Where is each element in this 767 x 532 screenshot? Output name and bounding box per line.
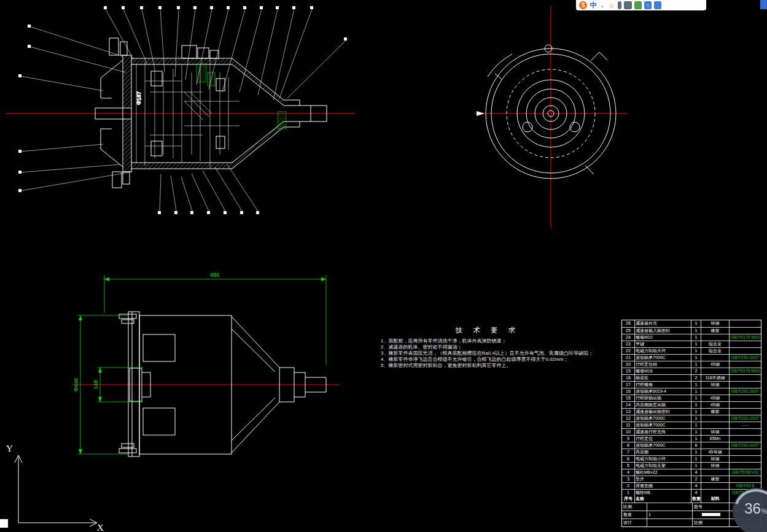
table-row: 25 减速器输入轴密封 1 橡胶 [622,327,761,334]
sogou-logo[interactable]: S [579,1,587,9]
table-row: 26 减速器外壳 1 铸钢 [622,320,761,327]
view-front-section: Φ167 [95,38,327,188]
wrench-icon[interactable] [654,1,661,9]
view-side [119,312,326,457]
overall-length-dim: 886 [210,272,219,278]
emoji-icon[interactable]: ☺ [608,1,615,9]
ime-toolbar[interactable]: S 中 ， ☺ ↑ [576,0,706,10]
input-mode-icon[interactable]: 中 [590,1,597,9]
table-row: 23 平键 1 组合金 [622,341,761,347]
image-icon[interactable] [634,1,642,9]
table-row: 3 垫片 2 橡胶 [622,476,761,482]
window-edge [760,0,767,9]
tech-requirement-line: 1、装配前，应将所有零件清洗干净，机体外表涂防锈漆； [381,338,594,344]
tech-requirement-line: 3、橡胶零件表面应光洁，（模具装配相槽应在Ra0.4以上）且不允许有气泡、夹屑级… [381,350,594,357]
table-row: 8 滚动轴承7000C 6 GB/T292-2007 [622,442,761,449]
keyboard-icon[interactable] [624,1,632,9]
command-box [0,519,8,528]
share-icon[interactable]: ↑ [644,1,652,9]
table-row: 4 螺柱M8×22 4 GB/T5782×22 [622,469,761,476]
tech-requirement-line: 5、橡胶密封式用密封胶粘合，避免密封胶粘到其它零件上。 [381,363,594,369]
tech-requirement-line: 4、橡胶零件非净飞边且合模缝不允许错位，合模飞边的凸起级厚度不得大于0.02mm… [381,357,594,363]
table-row: 14 内齿圈固定出轴 1 45钢 [622,401,761,408]
table-row: 22 电磁力制动大环 1 组合金 [622,347,761,354]
table-row: 9 行程定位 1 65Mn [622,435,761,442]
zoom-ring [733,488,767,532]
table-row: 12 滚动轴承7000C 1 GB/T292-2007 [622,415,761,422]
table-row: 19 螺母M16 2 GB/T6170 M16 [622,368,761,374]
mic-icon[interactable] [618,1,621,9]
table-row: 7 内齿圈 1 45号钢 [622,449,761,455]
dimensions: 886 Φ446 148 [73,272,326,454]
table-row: 13 减速器输出轴密封 1 橡胶 [622,408,761,415]
tech-requirements-list: 1、装配前，应将所有零件清洗干净，机体外表涂防锈漆；2、减速器的机体、密封处不得… [381,338,594,369]
table-row: 6 电磁力制动小环 1 铸钢 [622,455,761,462]
ucs-y-label: Y [6,444,13,453]
flange-diameter-dim: Φ446 [73,378,79,391]
ucs-x-label: X [97,523,104,532]
table-row: 5 电磁力制动支架 1 铸钢 [622,462,761,469]
ucs-icon: Y X [0,444,104,532]
table-row: 18 轴齿轮 2 116不锈钢 [622,374,761,381]
table-row: 16 滚动轴承6019-4 1 GB/T292-2007 [622,388,761,395]
table-row: 15 行程联轴出轴 1 45钢 [622,395,761,401]
table-row: 21 滚动轴承7000C 1 GB/T292-2007 [622,354,761,361]
view-end [477,45,616,179]
leader-lines [20,9,346,211]
table-row: 10 减速器行程元件 1 铸钢 [622,428,761,435]
parts-rows: 26 减速器外壳 1 铸钢 25 减速器输入轴密封 1 橡胶 24 螺母M10 … [622,320,761,496]
punctuation-icon[interactable]: ， [599,1,605,9]
technical-requirements: 技 术 要 求 1、装配前，应将所有零件清洗干净，机体外表涂防锈漆；2、减速器的… [381,326,594,369]
section-diameter-dim: Φ167 [136,91,142,105]
title-block-bar [702,513,720,516]
table-row: 20 行程定位销 1 45钢 [622,361,761,368]
autocad-window: { "app": { "zoom": "36", "zoom_unit": "%… [0,0,767,532]
table-row: 11 滚动轴承7000C 1 ----- [622,422,761,428]
table-row: 24 螺母M10 1 GB/T6170 M10 [622,334,761,341]
tech-requirements-title: 技 术 要 求 [381,326,594,335]
hub-width-dim: 148 [93,380,99,389]
zoom-indicator: 36 % [733,488,767,532]
tech-requirement-line: 2、减速器的机体、密封处不得漏油； [381,344,594,350]
table-row: 17 行程螺母 1 铸钢 [622,381,761,388]
